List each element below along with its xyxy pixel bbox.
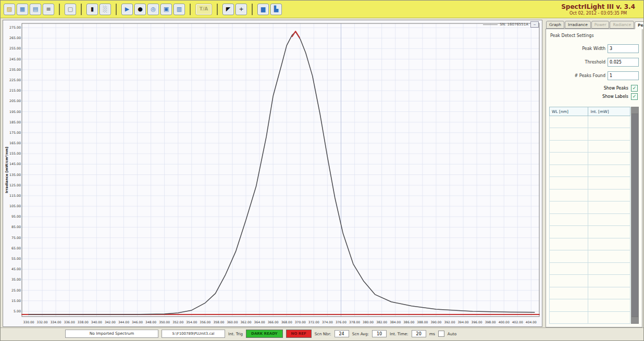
threshold-input[interactable]: [608, 58, 639, 67]
table-row: [550, 153, 630, 165]
show-labels-row: Show Labels ✓: [549, 93, 639, 100]
svg-text:370.00: 370.00: [295, 320, 306, 324]
serial-number-label: SN: 16076551A: [500, 22, 528, 27]
app-title: SpectrILight III v. 3.4: [561, 3, 635, 10]
panel-tabs: GraphIrradiancePowerRadiancePeak: [546, 20, 642, 29]
svg-text:225.00: 225.00: [9, 78, 21, 82]
svg-text:398.00: 398.00: [485, 320, 496, 324]
peaks-found-input[interactable]: [608, 71, 639, 80]
svg-text:135.00: 135.00: [9, 173, 21, 176]
svg-text:115.00: 115.00: [9, 194, 21, 197]
auto-checkbox[interactable]: [438, 331, 444, 337]
play-button[interactable]: ▶: [121, 4, 133, 15]
svg-text:372.00: 372.00: [308, 320, 319, 324]
svg-text:235.00: 235.00: [9, 68, 21, 71]
scan-number-input[interactable]: [335, 330, 349, 337]
table-row: [550, 275, 630, 287]
save-button[interactable]: ▦: [17, 4, 28, 15]
save-as-button[interactable]: ▤: [30, 4, 41, 15]
svg-text:25.00: 25.00: [11, 288, 21, 292]
toolbar-groups: ▨▦▤≡▢▮░▶●◎▣▥T/A◤+▆▙: [4, 4, 282, 15]
toolbar-group-mode: T/A: [190, 4, 212, 15]
toolbar-group-settings: ▢: [59, 4, 76, 15]
auto-label: Auto: [448, 332, 456, 336]
scroll-down-icon[interactable]: [631, 317, 638, 323]
svg-text:175.00: 175.00: [9, 131, 21, 134]
export-button[interactable]: ▥: [174, 4, 185, 15]
crosshair-button[interactable]: +: [236, 4, 247, 15]
svg-text:380.00: 380.00: [363, 320, 374, 324]
svg-text:346.00: 346.00: [132, 320, 143, 324]
svg-text:5.00: 5.00: [14, 309, 21, 313]
table-row: [550, 165, 630, 176]
svg-text:348.00: 348.00: [145, 320, 156, 324]
peak-width-input[interactable]: [608, 44, 639, 53]
reference-status-badge: NO REF: [286, 330, 312, 338]
svg-text:332.00: 332.00: [37, 320, 48, 324]
table-row: [550, 201, 630, 213]
main-area: SN: 16076551A ~ 330.00332.00334.00336.00…: [1, 18, 643, 327]
svg-text:364.00: 364.00: [254, 320, 265, 324]
data-tools-button[interactable]: ▙: [270, 4, 282, 15]
svg-text:358.00: 358.00: [213, 320, 224, 324]
svg-text:352.00: 352.00: [172, 320, 183, 324]
light-reference-button[interactable]: ░: [100, 4, 111, 15]
peaks-found-row: # Peaks Found: [549, 71, 639, 80]
dark-reference-button[interactable]: ▮: [86, 4, 98, 15]
transmittance-absorbance-button[interactable]: T/A: [195, 4, 212, 15]
svg-text:85.00: 85.00: [11, 225, 21, 229]
svg-text:354.00: 354.00: [186, 320, 197, 324]
chart-tools-button[interactable]: ▆: [257, 4, 269, 15]
show-peaks-label: Show Peaks: [604, 86, 628, 91]
settings-button[interactable]: ▢: [65, 4, 76, 15]
scan-average-input[interactable]: [372, 330, 387, 337]
svg-text:336.00: 336.00: [64, 320, 75, 324]
continuous-button[interactable]: ◎: [147, 4, 159, 15]
table-row: [550, 250, 630, 262]
cursor-button[interactable]: ◤: [222, 4, 234, 15]
stop-button[interactable]: ●: [134, 4, 146, 15]
show-peaks-checkbox[interactable]: ✓: [631, 85, 638, 92]
toolbar-group-analysis: ▆▙: [252, 4, 282, 15]
integration-time-input[interactable]: [412, 330, 426, 337]
table-scrollbar[interactable]: [631, 107, 639, 324]
svg-text:145.00: 145.00: [9, 162, 21, 166]
show-peaks-row: Show Peaks ✓: [549, 85, 639, 92]
svg-text:55.00: 55.00: [11, 257, 21, 260]
open-button[interactable]: ▨: [4, 4, 15, 15]
imported-spectrum-box: No Imported Spectrum: [65, 330, 158, 338]
table-row: [550, 116, 630, 128]
table-row: [550, 226, 630, 238]
peak-settings-heading: Peak Detect Settings: [550, 33, 639, 38]
tab-power[interactable]: Power: [591, 21, 610, 29]
scroll-up-icon[interactable]: [631, 107, 638, 114]
peak-width-label: Peak Width: [582, 46, 605, 51]
table-row: [550, 177, 630, 189]
svg-text:255.00: 255.00: [9, 46, 21, 50]
svg-text:382.00: 382.00: [376, 320, 387, 324]
scrollbar-thumb[interactable]: [631, 114, 638, 317]
spectrum-chart[interactable]: 330.00332.00334.00336.00338.00340.00342.…: [3, 20, 542, 324]
tab-graph[interactable]: Graph: [546, 21, 564, 29]
scan-average-label: Scn Avg:: [352, 332, 369, 336]
legend-toggle-button[interactable]: ~: [530, 21, 539, 28]
svg-text:396.00: 396.00: [472, 320, 482, 324]
scan-number-label: Scn Nbr:: [315, 332, 331, 336]
peak-width-row: Peak Width: [549, 44, 639, 53]
tab-irradiance[interactable]: Irradiance: [565, 21, 591, 29]
show-labels-checkbox[interactable]: ✓: [631, 93, 638, 100]
svg-text:388.00: 388.00: [417, 320, 428, 324]
snapshot-button[interactable]: ▣: [160, 4, 172, 15]
threshold-label: Threshold: [585, 60, 605, 65]
svg-text:215.00: 215.00: [9, 89, 21, 92]
peak-tab-body: Peak Detect Settings Peak Width Threshol…: [546, 29, 642, 327]
svg-text:Irradiance [mW/cm²/nm]: Irradiance [mW/cm²/nm]: [5, 147, 9, 193]
toolbar-group-reference: ▮░: [81, 4, 111, 15]
svg-text:95.00: 95.00: [11, 214, 21, 218]
chart-legend-row: SN: 16076551A ~: [483, 21, 539, 28]
svg-text:376.00: 376.00: [336, 320, 346, 324]
svg-text:342.00: 342.00: [105, 320, 116, 324]
print-button[interactable]: ≡: [43, 4, 54, 15]
tab-radiance[interactable]: Radiance: [610, 21, 634, 29]
tab-peak[interactable]: Peak: [635, 21, 644, 29]
